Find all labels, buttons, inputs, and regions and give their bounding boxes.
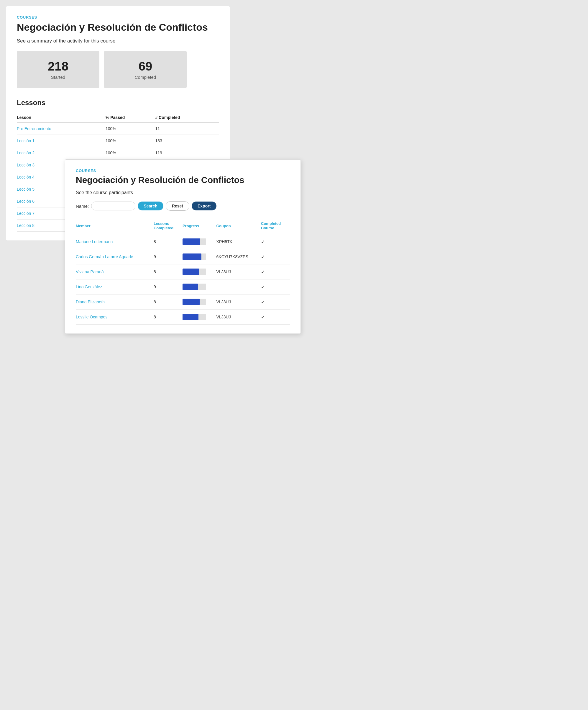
member-name[interactable]: Diana Elizabeth bbox=[76, 294, 154, 310]
search-button[interactable]: Search bbox=[138, 202, 163, 210]
progress-cell bbox=[182, 250, 217, 264]
participants-table: Member LessonsCompleted Progress Coupon … bbox=[76, 219, 290, 325]
started-label: Started bbox=[29, 75, 88, 80]
table-row: Mariane Lottermann 8 XPH5TK ✓ bbox=[76, 234, 290, 250]
progress-cell bbox=[182, 234, 217, 250]
progress-bar-container bbox=[182, 268, 206, 275]
coupon-code bbox=[217, 280, 261, 294]
col-passed: % Passed bbox=[105, 113, 155, 122]
member-name[interactable]: Lesslie Ocampos bbox=[76, 310, 154, 325]
coupon-code: 6KCYU7K8VZPS bbox=[217, 250, 261, 264]
completed-number: 69 bbox=[116, 59, 175, 73]
lesson-completed-count: 11 bbox=[155, 122, 219, 135]
col-lesson: Lesson bbox=[17, 113, 105, 122]
search-row: Name: Search Reset Export bbox=[76, 201, 290, 211]
stat-completed: 69 Completed bbox=[104, 51, 187, 88]
progress-cell bbox=[182, 310, 217, 325]
table-row: Pre Entrenamiento 100% 11 bbox=[17, 122, 219, 135]
completed-checkmark: ✓ bbox=[261, 250, 290, 264]
lesson-passed: 100% bbox=[105, 135, 155, 147]
progress-bar-fill bbox=[182, 299, 200, 305]
completed-checkmark: ✓ bbox=[261, 294, 290, 310]
participants-card: COURSES Negociación y Resolución de Conf… bbox=[65, 159, 301, 334]
completed-checkmark: ✓ bbox=[261, 264, 290, 280]
member-name[interactable]: Mariane Lottermann bbox=[76, 234, 154, 250]
lesson-passed: 100% bbox=[105, 147, 155, 159]
completed-checkmark: ✓ bbox=[261, 280, 290, 294]
reset-button[interactable]: Reset bbox=[166, 201, 189, 211]
table-row: Viviana Paraná 8 VLJ3UJ ✓ bbox=[76, 264, 290, 280]
summary-title: Negociación y Resolución de Conflictos bbox=[17, 21, 219, 33]
progress-bar-fill bbox=[182, 268, 199, 275]
lesson-completed-count: 119 bbox=[155, 147, 219, 159]
progress-bar-container bbox=[182, 284, 206, 290]
progress-cell bbox=[182, 264, 217, 280]
member-name[interactable]: Viviana Paraná bbox=[76, 264, 154, 280]
coupon-code: XPH5TK bbox=[217, 234, 261, 250]
progress-bar-fill bbox=[182, 238, 200, 245]
lessons-completed-count: 9 bbox=[154, 250, 182, 264]
lesson-name[interactable]: Pre Entrenamiento bbox=[17, 122, 105, 135]
member-name[interactable]: Carlos Germán Latorre Aguadé bbox=[76, 250, 154, 264]
stats-row: 218 Started 69 Completed bbox=[17, 51, 219, 88]
table-row: Diana Elizabeth 8 VLJ3UJ ✓ bbox=[76, 294, 290, 310]
participants-title: Negociación y Resolución de Conflictos bbox=[76, 175, 290, 185]
lesson-name[interactable]: Lección 2 bbox=[17, 147, 105, 159]
progress-bar-container bbox=[182, 314, 206, 320]
member-name[interactable]: Lino González bbox=[76, 280, 154, 294]
coupon-code: VLJ3UJ bbox=[217, 264, 261, 280]
col-lessons-completed: LessonsCompleted bbox=[154, 219, 182, 234]
started-number: 218 bbox=[29, 59, 88, 73]
participants-subtitle: See the course participants bbox=[76, 190, 290, 195]
progress-cell bbox=[182, 294, 217, 310]
table-row: Lección 1 100% 133 bbox=[17, 135, 219, 147]
lessons-completed-count: 8 bbox=[154, 234, 182, 250]
export-button[interactable]: Export bbox=[192, 202, 217, 210]
col-completed-course: CompletedCourse bbox=[261, 219, 290, 234]
table-row: Lesslie Ocampos 8 VLJ3UJ ✓ bbox=[76, 310, 290, 325]
col-member: Member bbox=[76, 219, 154, 234]
lessons-completed-count: 8 bbox=[154, 294, 182, 310]
completed-checkmark: ✓ bbox=[261, 310, 290, 325]
summary-subtitle: See a summary of the activity for this c… bbox=[17, 38, 219, 44]
progress-bar-container bbox=[182, 238, 206, 245]
progress-bar-fill bbox=[182, 314, 198, 320]
coupon-code: VLJ3UJ bbox=[217, 310, 261, 325]
progress-bar-container bbox=[182, 299, 206, 305]
breadcrumb-summary: COURSES bbox=[17, 15, 219, 20]
completed-label: Completed bbox=[116, 75, 175, 80]
table-row: Lino González 9 ✓ bbox=[76, 280, 290, 294]
col-completed: # Completed bbox=[155, 113, 219, 122]
lessons-completed-count: 8 bbox=[154, 264, 182, 280]
col-coupon: Coupon bbox=[217, 219, 261, 234]
completed-checkmark: ✓ bbox=[261, 234, 290, 250]
lessons-completed-count: 9 bbox=[154, 280, 182, 294]
progress-cell bbox=[182, 280, 217, 294]
table-row: Carlos Germán Latorre Aguadé 9 6KCYU7K8V… bbox=[76, 250, 290, 264]
breadcrumb-participants: COURSES bbox=[76, 168, 290, 173]
progress-bar-fill bbox=[182, 284, 198, 290]
lesson-completed-count: 133 bbox=[155, 135, 219, 147]
progress-bar-fill bbox=[182, 254, 201, 260]
lessons-completed-count: 8 bbox=[154, 310, 182, 325]
lessons-section-title: Lessons bbox=[17, 99, 219, 107]
progress-bar-container bbox=[182, 254, 206, 260]
lesson-passed: 100% bbox=[105, 122, 155, 135]
col-progress: Progress bbox=[182, 219, 217, 234]
lesson-name[interactable]: Lección 1 bbox=[17, 135, 105, 147]
coupon-code: VLJ3UJ bbox=[217, 294, 261, 310]
stat-started: 218 Started bbox=[17, 51, 99, 88]
search-input[interactable] bbox=[91, 202, 136, 210]
search-label: Name: bbox=[76, 204, 89, 209]
table-row: Lección 2 100% 119 bbox=[17, 147, 219, 159]
